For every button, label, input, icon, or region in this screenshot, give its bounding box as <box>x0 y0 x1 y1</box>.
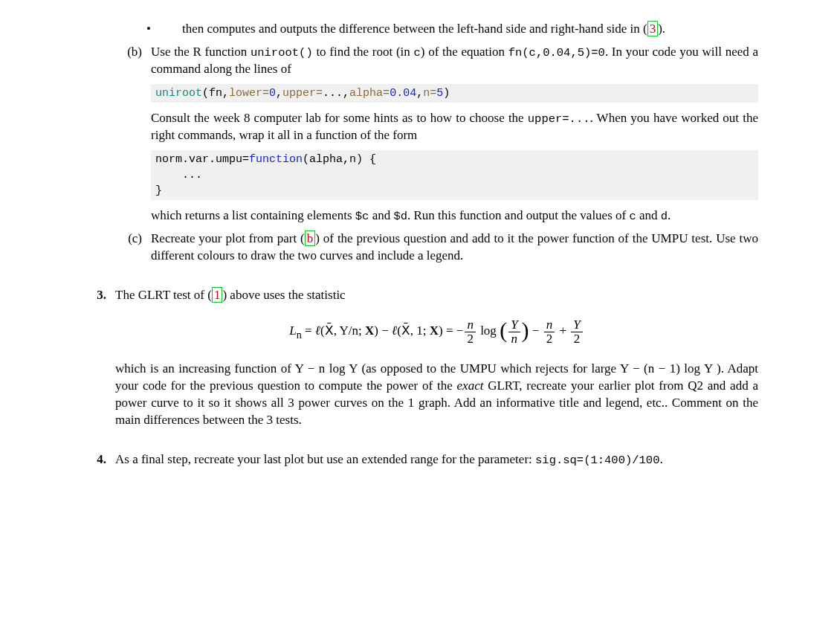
part-b-p1: Use the R function uniroot() to find the… <box>151 44 758 78</box>
q4-p1: As a final step, recreate your last plot… <box>115 451 758 468</box>
math-args: (X̄, 1; <box>397 324 430 338</box>
part-label: (c) <box>106 231 151 271</box>
text: to find the root (in <box>313 45 414 59</box>
equation-Ln: Ln = ℓ(X̄, Y/n; X) − ℓ(X̄, 1; X) = −n2 l… <box>115 317 758 347</box>
code: , <box>276 87 282 100</box>
code: ) <box>443 87 450 100</box>
code-num: 5 <box>436 87 443 100</box>
code-inline: upper=... <box>528 112 590 126</box>
text: . Run this function and output the value… <box>407 208 629 222</box>
frac-den: n <box>508 332 520 346</box>
bullet-text: then computes and outputs the difference… <box>182 21 758 38</box>
math-args: ) = − <box>439 324 463 338</box>
frac-num: Y <box>571 318 582 332</box>
code-arg: lower= <box>229 87 269 100</box>
frac-den: 2 <box>465 332 476 346</box>
math-sym: ℓ <box>315 324 320 338</box>
ref-link-1[interactable]: 1 <box>212 287 223 303</box>
emph: exact <box>457 379 484 393</box>
code-inline: fn(c,0.04,5)=0 <box>508 46 605 59</box>
code: norm.var.umpu= <box>155 153 249 166</box>
math-op: − <box>529 324 543 338</box>
math-op: = <box>302 324 315 338</box>
question-label: 3. <box>71 287 115 435</box>
math-op: + <box>556 324 569 338</box>
code-inline: $d <box>393 210 407 223</box>
bullet-marker: • <box>138 21 182 44</box>
ref-link-b[interactable]: b <box>305 231 316 246</box>
text: . <box>659 452 662 466</box>
code-inline: sig.sq=(1:400)/100 <box>535 454 659 467</box>
frac-den: 2 <box>544 332 555 346</box>
math-bold: X <box>365 324 374 338</box>
bullet-item: • then computes and outputs the differen… <box>138 21 758 44</box>
code-kw: function <box>249 153 303 166</box>
code: , <box>416 87 423 100</box>
code: ..., <box>323 87 349 100</box>
question-3: 3. The GLRT test of (1) above uses the s… <box>71 287 758 435</box>
text: then computes and outputs the difference… <box>182 22 647 36</box>
document-page: • then computes and outputs the differen… <box>0 0 840 641</box>
code-fn: uniroot <box>155 87 202 100</box>
frac-num: n <box>465 318 476 332</box>
code-block-fn: norm.var.umpu=function(alpha,n) { ... } <box>151 150 758 200</box>
code: (alpha,n) { <box>303 153 376 166</box>
part-c-p1: Recreate your plot from part (b) of the … <box>151 231 758 265</box>
math-sym: L <box>289 324 296 338</box>
code-num: 0.04 <box>390 87 416 100</box>
code-arg: upper= <box>282 87 323 100</box>
code-inline: d <box>661 210 668 223</box>
text: and <box>636 208 661 222</box>
text: Recreate your plot from part ( <box>151 231 305 245</box>
text: The GLRT test of ( <box>115 288 212 302</box>
part-b: (b) Use the R function uniroot() to find… <box>106 44 758 231</box>
question-4: 4. As a final step, recreate your last p… <box>71 451 758 474</box>
text: ) above uses the statistic <box>222 288 345 302</box>
math-fn: log <box>477 324 500 338</box>
question-label: 4. <box>71 451 115 474</box>
math-args: ) − <box>374 324 392 338</box>
text: Use the R function <box>151 45 251 59</box>
code-inline: $c <box>355 210 369 223</box>
text: and <box>369 208 393 222</box>
text: . <box>668 208 671 222</box>
text: ). <box>658 22 665 36</box>
part-b-p3: which returns a list containing elements… <box>151 207 758 225</box>
q3-p1: The GLRT test of (1) above uses the stat… <box>115 287 758 304</box>
q3-p2: which is an increasing function of Y − n… <box>115 361 758 429</box>
frac-den: 2 <box>571 332 582 346</box>
math-bold: X <box>430 324 439 338</box>
part-label: (b) <box>106 44 151 231</box>
part-c: (c) Recreate your plot from part (b) of … <box>106 231 758 271</box>
frac-num: Y <box>508 318 520 332</box>
code-arg: alpha= <box>349 87 390 100</box>
code-num: 0 <box>269 87 276 100</box>
math-args: (X̄, Y/n; <box>320 324 365 338</box>
ref-link-3[interactable]: 3 <box>647 21 659 36</box>
code-inline: uniroot() <box>251 46 313 59</box>
frac-num: n <box>544 318 555 332</box>
code-block-uniroot: uniroot(fn,lower=0,upper=...,alpha=0.04,… <box>151 84 758 103</box>
code: (fn, <box>202 87 229 100</box>
code-inline: c <box>413 46 420 59</box>
code: ... <box>155 167 754 183</box>
code-inline: c <box>629 210 636 223</box>
math-sub: n <box>297 329 302 341</box>
text: Consult the week 8 computer lab for some… <box>151 111 528 125</box>
text: As a final step, recreate your last plot… <box>115 452 535 466</box>
part-b-p2: Consult the week 8 computer lab for some… <box>151 110 758 144</box>
text: ) of the equation <box>421 45 508 59</box>
code: } <box>155 183 754 199</box>
code-arg: n= <box>423 87 436 100</box>
text: which returns a list containing elements <box>151 208 355 222</box>
